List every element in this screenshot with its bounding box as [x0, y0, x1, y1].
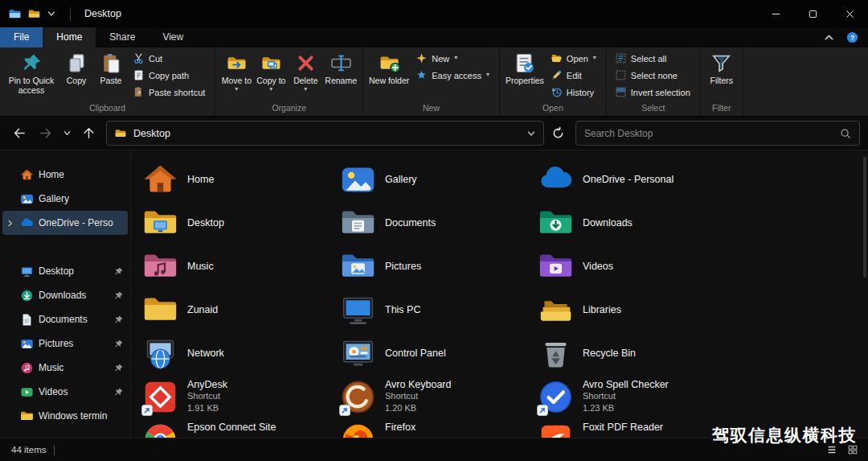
menu-tab-view[interactable]: View	[149, 27, 197, 47]
copy-path-icon	[133, 69, 145, 81]
address-bar[interactable]: Desktop	[106, 121, 544, 146]
file-libraries[interactable]: Libraries	[534, 288, 731, 331]
file-firefox[interactable]: Firefox	[336, 418, 534, 438]
file-music[interactable]: Music	[138, 245, 336, 288]
file-videos[interactable]: Videos	[534, 245, 731, 288]
menu-tab-file[interactable]: File	[0, 27, 43, 47]
sidebar-item-label: Documents	[39, 314, 108, 325]
control-panel-icon	[340, 335, 376, 372]
recent-locations-button[interactable]	[59, 121, 75, 145]
pin-small-icon	[113, 315, 124, 325]
up-button[interactable]	[77, 121, 100, 145]
sidebar-item-downloads[interactable]: Downloads	[2, 283, 128, 307]
expand-chevron-icon[interactable]	[5, 218, 15, 228]
file-onedrive-personal[interactable]: OneDrive - Personal	[534, 158, 731, 201]
sidebar-item-onedrive-perso[interactable]: OneDrive - Perso	[2, 211, 128, 235]
file-zunaid[interactable]: Zunaid	[138, 288, 336, 331]
ribbon-button-move-to[interactable]: Move to▾	[219, 50, 253, 94]
ribbon-button-rename[interactable]: Rename	[323, 50, 358, 86]
sidebar-item-gallery[interactable]: Gallery	[2, 187, 128, 211]
menu-tab-home[interactable]: Home	[43, 27, 96, 47]
content-area: HomeGalleryOneDrive - PersonalDesktopDoc…	[131, 150, 868, 438]
sidebar-item-pictures[interactable]: Pictures	[2, 331, 128, 356]
ribbon-button-select-all[interactable]: Select all	[612, 51, 694, 66]
ribbon: Pin to Quick accessCopyPasteCutCopy path…	[0, 47, 868, 117]
menu-tabs: FileHomeShareView	[0, 27, 197, 47]
sidebar-item-documents[interactable]: Documents	[2, 307, 128, 331]
file-avro-keyboard[interactable]: Avro KeyboardShortcut1.20 KB	[336, 375, 534, 418]
side-downloads-icon	[20, 289, 34, 303]
ribbon-button-edit[interactable]: Edit	[548, 68, 600, 83]
ribbon-group-label: Open	[501, 101, 605, 116]
file-control-panel[interactable]: Control Panel	[336, 331, 534, 375]
tab-dropdown-icon[interactable]	[47, 9, 56, 19]
new-folder-icon	[379, 52, 400, 74]
ribbon-button-history[interactable]: History	[548, 84, 600, 100]
sidebar-item-videos[interactable]: Videos	[2, 380, 128, 404]
ribbon-button-copy[interactable]: Copy	[59, 50, 93, 86]
expander-spacer	[5, 170, 15, 180]
help-icon[interactable]: ?	[846, 31, 858, 43]
file-home[interactable]: Home	[138, 158, 336, 201]
maximize-button[interactable]	[794, 0, 831, 27]
ribbon-button-filters[interactable]: Filters	[705, 50, 739, 86]
file-anydesk[interactable]: AnyDeskShortcut1.91 KB	[138, 375, 336, 418]
file-avro-spell-checker[interactable]: Avro Spell CheckerShortcut1.23 KB	[534, 375, 731, 418]
details-view-icon[interactable]	[823, 442, 841, 458]
sidebar-item-windows-termin[interactable]: Windows termin	[2, 404, 128, 428]
titlebar-left: Desktop	[0, 7, 121, 21]
ribbon-button-copy-path[interactable]: Copy path	[130, 68, 209, 83]
content-scrollbar[interactable]	[863, 157, 866, 278]
file-pictures[interactable]: Pictures	[336, 245, 534, 288]
addressbar: Desktop	[0, 117, 868, 150]
sidebar-item-music[interactable]: Music	[2, 356, 128, 380]
folder-pictures-icon	[340, 249, 376, 285]
address-dropdown-icon[interactable]	[526, 129, 536, 138]
ribbon-collapse-icon[interactable]	[823, 31, 835, 43]
file-name: This PC	[385, 304, 420, 315]
refresh-button[interactable]	[547, 121, 570, 145]
back-button[interactable]	[8, 121, 31, 145]
window-controls	[757, 0, 868, 27]
ribbon-button-invert-selection[interactable]: Invert selection	[612, 84, 694, 100]
forward-button[interactable]	[34, 121, 57, 145]
search-input[interactable]	[584, 128, 833, 139]
ribbon-button-label: Rename	[325, 76, 357, 85]
file-detail: Shortcut	[385, 390, 451, 402]
sidebar-item-label: Windows termin	[39, 410, 124, 422]
ribbon-button-pin-to-quick-access[interactable]: Pin to Quick access	[4, 50, 59, 97]
ribbon-button-open[interactable]: Open▾	[548, 51, 600, 66]
menu-tab-share[interactable]: Share	[96, 27, 149, 47]
file-documents[interactable]: Documents	[336, 201, 534, 245]
sidebar-item-desktop[interactable]: Desktop	[2, 259, 128, 283]
easy-access-icon	[416, 69, 428, 81]
ribbon-button-properties[interactable]: Properties	[504, 50, 546, 86]
ribbon-button-new-folder[interactable]: New folder	[367, 50, 411, 86]
ribbon-button-easy-access[interactable]: Easy access▾	[413, 68, 493, 83]
file-network[interactable]: Network	[138, 331, 336, 375]
file-this-pc[interactable]: This PC	[336, 288, 534, 331]
file-desktop[interactable]: Desktop	[138, 201, 336, 245]
ribbon-group-label: Organize	[216, 101, 362, 116]
sidebar-item-home[interactable]: Home	[2, 163, 128, 187]
ribbon-button-delete[interactable]: Delete▾	[289, 50, 322, 94]
ribbon-button-select-none[interactable]: Select none	[612, 68, 694, 83]
minimize-button[interactable]	[757, 0, 794, 27]
file-gallery[interactable]: Gallery	[336, 158, 534, 201]
close-button[interactable]	[831, 0, 868, 27]
ribbon-button-paste[interactable]: Paste	[94, 50, 128, 86]
ribbon-button-new[interactable]: New▾	[413, 51, 493, 66]
icons-view-icon[interactable]	[844, 442, 862, 458]
ribbon-button-cut[interactable]: Cut	[130, 51, 209, 66]
pin-small-icon	[113, 266, 124, 277]
file-foxit-pdf-reader[interactable]: Foxit PDF Reader	[534, 418, 731, 438]
ribbon-button-copy-to[interactable]: Copy to▾	[254, 50, 288, 94]
ribbon-button-paste-shortcut[interactable]: Paste shortcut	[130, 84, 209, 100]
file-epson-connect-site[interactable]: Epson Connect Site	[138, 418, 336, 438]
file-downloads[interactable]: Downloads	[534, 201, 731, 245]
address-path[interactable]: Desktop	[133, 128, 520, 139]
dropdown-arrow-icon: ▾	[486, 72, 489, 79]
expander-spacer	[5, 290, 15, 301]
search-box[interactable]	[575, 121, 860, 146]
file-recycle-bin[interactable]: Recycle Bin	[534, 331, 731, 375]
